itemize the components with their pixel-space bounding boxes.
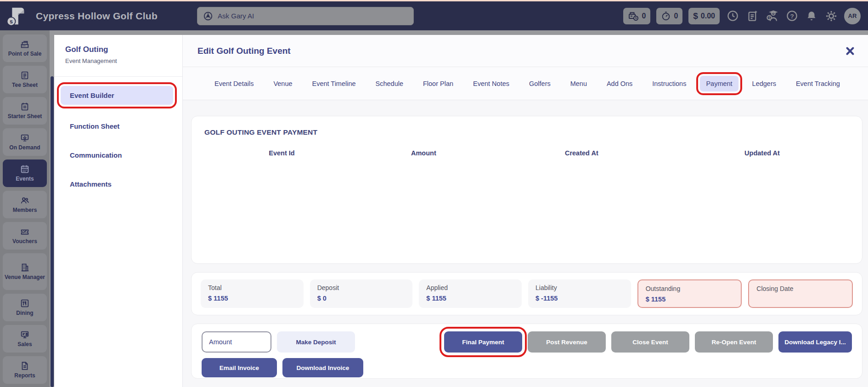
members-icon (20, 195, 30, 205)
tab-event-tracking[interactable]: Event Tracking (790, 76, 846, 91)
training-icon[interactable]: $ (765, 9, 779, 23)
tab-schedule[interactable]: Schedule (370, 76, 409, 91)
sidebar-item-tee-sheet[interactable]: Tee Sheet (3, 66, 47, 93)
notes-icon[interactable] (745, 9, 759, 23)
register-clock-icon (628, 11, 639, 22)
download-invoice-button[interactable]: Download Invoice (282, 358, 363, 377)
column-event-id: Event Id (204, 149, 359, 157)
svg-text:?: ? (790, 13, 794, 20)
venue-manager-icon (20, 262, 30, 273)
tab-venue[interactable]: Venue (267, 76, 298, 91)
cash-amount: 0.00 (701, 12, 715, 20)
sidebar-item-dining[interactable]: Dining (3, 294, 47, 321)
column-created-at: Created At (488, 149, 675, 157)
tab-instructions[interactable]: Instructions (646, 76, 692, 91)
sidebar-item-reports[interactable]: Reports (3, 356, 47, 384)
divider (54, 76, 182, 77)
dim-overlay: Golf Outing Event Management Event Build… (50, 30, 868, 387)
page-title: Edit Golf Outing Event (197, 46, 291, 56)
sidebar-item-members[interactable]: Members (3, 191, 47, 218)
stat-deposit: Deposit $ 0 (310, 279, 413, 308)
post-revenue-button[interactable]: Post Revenue (528, 331, 606, 353)
svg-text:$: $ (768, 16, 771, 20)
close-event-button[interactable]: Close Event (611, 331, 689, 353)
sidebar-item-on-demand[interactable]: On Demand (3, 128, 47, 156)
payment-actions: Make Deposit Final Payment Post Revenue … (191, 324, 862, 379)
amount-input[interactable] (202, 331, 271, 353)
final-payment-button[interactable]: Final Payment (444, 331, 522, 353)
payment-summary: Total $ 1155 Deposit $ 0 Applied $ 1155 … (191, 272, 862, 315)
module-subtitle: Event Management (65, 57, 182, 64)
tab-menu[interactable]: Menu (564, 76, 593, 91)
close-icon[interactable] (844, 45, 856, 57)
modal-title-bar: Edit Golf Outing Event (183, 35, 868, 67)
clock-icon[interactable] (726, 9, 739, 23)
cash-counter[interactable]: $ 0.00 (688, 8, 720, 24)
timer-counter[interactable]: 0 (656, 8, 682, 24)
user-avatar[interactable]: AR (844, 8, 861, 24)
svg-text:s: s (10, 18, 13, 25)
primary-sidebar: Point of Sale Tee Sheet Starter Sheet On… (0, 30, 50, 387)
payment-content: GOLF OUTING EVENT PAYMENT Event Id Amoun… (183, 100, 868, 387)
download-legacy-button[interactable]: Download Legacy I... (778, 331, 852, 353)
register-queue-counter[interactable]: 0 (623, 8, 650, 24)
email-invoice-button[interactable]: Email Invoice (202, 358, 277, 377)
module-item-attachments[interactable]: Attachments (61, 176, 173, 192)
cash-register-icon (20, 39, 30, 49)
app-header: s Cypress Hollow Golf Club 0 0 $ 0.00 (0, 1, 868, 30)
help-icon[interactable]: ? (785, 9, 799, 23)
module-item-event-builder[interactable]: Event Builder (61, 86, 173, 105)
event-tabs: Event Details Venue Event Timeline Sched… (183, 67, 868, 100)
make-deposit-button[interactable]: Make Deposit (277, 331, 355, 353)
stat-closing-date: Closing Date (748, 279, 853, 308)
sidebar-item-events[interactable]: Events (3, 159, 47, 187)
payment-table-header: Event Id Amount Created At Updated At (204, 149, 849, 157)
module-item-communication[interactable]: Communication (61, 148, 173, 163)
tab-event-timeline[interactable]: Event Timeline (306, 76, 361, 91)
sidebar-item-sales[interactable]: Sales (3, 325, 47, 353)
edit-event-modal: Golf Outing Event Management Event Build… (54, 35, 868, 387)
main-panel: Edit Golf Outing Event Event Details Ven… (183, 35, 868, 387)
timer-count: 0 (674, 12, 678, 20)
module-nav: Golf Outing Event Management Event Build… (54, 35, 183, 387)
stat-total: Total $ 1155 (201, 279, 304, 308)
stat-liability: Liability $ -1155 (528, 279, 631, 308)
tee-sheet-icon (20, 70, 30, 80)
stat-applied: Applied $ 1155 (419, 279, 522, 308)
payment-table-card: GOLF OUTING EVENT PAYMENT Event Id Amoun… (191, 116, 862, 264)
sidebar-item-venue-manager[interactable]: Venue Manager (3, 253, 47, 290)
reports-icon (20, 361, 30, 371)
stat-outstanding: Outstanding $ 1155 (637, 279, 742, 308)
ask-gary-search[interactable] (197, 7, 414, 25)
sidebar-scrollbar[interactable] (51, 76, 54, 387)
column-amount: Amount (359, 149, 488, 157)
search-input[interactable] (218, 12, 408, 20)
dining-icon (20, 298, 30, 308)
settings-gear-icon[interactable] (824, 9, 838, 23)
module-item-function-sheet[interactable]: Function Sheet (61, 119, 173, 134)
tab-event-details[interactable]: Event Details (209, 76, 259, 91)
starter-sheet-icon (20, 102, 30, 112)
column-updated-at: Updated At (675, 149, 849, 157)
dollar-icon: $ (693, 11, 698, 21)
on-demand-icon (20, 133, 30, 143)
module-title: Golf Outing (65, 45, 182, 54)
tab-floor-plan[interactable]: Floor Plan (417, 76, 459, 91)
timer-icon (661, 11, 671, 21)
reopen-event-button[interactable]: Re-Open Event (695, 331, 773, 353)
sales-icon (20, 330, 30, 340)
sidebar-item-vouchers[interactable]: Vouchers (3, 222, 47, 250)
tab-golfers[interactable]: Golfers (523, 76, 557, 91)
vouchers-icon (20, 227, 30, 237)
payment-table-title: GOLF OUTING EVENT PAYMENT (204, 128, 849, 137)
tab-ledgers[interactable]: Ledgers (746, 76, 782, 91)
sidebar-item-starter-sheet[interactable]: Starter Sheet (3, 97, 47, 125)
payment-table-empty-body (204, 157, 849, 239)
tab-add-ons[interactable]: Add Ons (601, 76, 638, 91)
notifications-bell-icon[interactable] (805, 9, 818, 23)
tab-event-notes[interactable]: Event Notes (467, 76, 515, 91)
sidebar-item-point-of-sale[interactable]: Point of Sale (3, 34, 47, 62)
tab-payment[interactable]: Payment (700, 76, 738, 91)
register-count: 0 (642, 12, 646, 20)
gary-ai-icon (203, 11, 213, 21)
